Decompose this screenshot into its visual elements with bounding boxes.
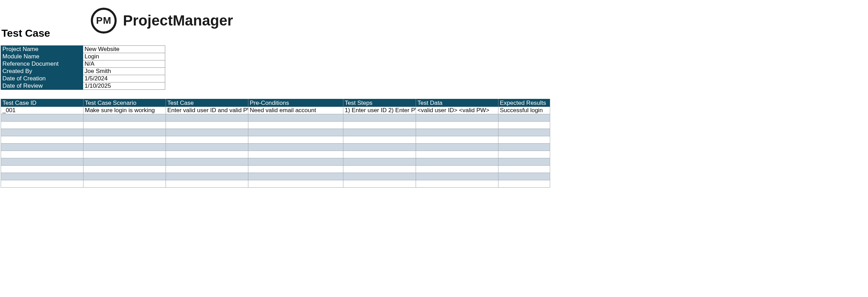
cell-pre[interactable] — [248, 173, 343, 180]
cell-case[interactable] — [166, 114, 248, 122]
cell-scenario[interactable] — [83, 129, 166, 136]
cell-pre[interactable] — [248, 129, 343, 136]
cell-scenario[interactable] — [83, 173, 166, 180]
col-header-scenario: Test Case Scenario — [83, 99, 166, 107]
cell-pre[interactable] — [248, 151, 343, 158]
cell-data[interactable] — [416, 129, 498, 136]
cell-id[interactable] — [1, 122, 83, 129]
meta-value[interactable]: N/A — [83, 60, 165, 68]
cell-pre[interactable] — [248, 180, 343, 188]
cell-steps[interactable] — [343, 114, 416, 122]
cell-case[interactable]: Enter valid user ID and valid PW — [166, 107, 248, 114]
cell-data[interactable] — [416, 114, 498, 122]
meta-row: Module Name Login — [1, 53, 165, 60]
cell-pre[interactable] — [248, 166, 343, 173]
cell-scenario[interactable] — [83, 144, 166, 151]
page-title: Test Case — [1, 27, 50, 39]
cell-id[interactable] — [1, 129, 83, 136]
cell-expected[interactable] — [498, 129, 550, 136]
cell-id[interactable] — [1, 173, 83, 180]
cell-case[interactable] — [166, 180, 248, 188]
cell-data[interactable] — [416, 151, 498, 158]
meta-value[interactable]: 1/5/2024 — [83, 75, 165, 82]
logo-badge-icon: PM — [91, 8, 117, 34]
meta-label: Created By — [1, 68, 83, 75]
cell-case[interactable] — [166, 122, 248, 129]
cell-steps[interactable] — [343, 180, 416, 188]
cell-pre[interactable] — [248, 122, 343, 129]
cell-scenario[interactable] — [83, 180, 166, 188]
cell-case[interactable] — [166, 158, 248, 166]
cell-data[interactable] — [416, 136, 498, 144]
meta-value[interactable]: 1/10/2025 — [83, 82, 165, 90]
cell-pre[interactable] — [248, 144, 343, 151]
cell-expected[interactable] — [498, 180, 550, 188]
cell-steps[interactable] — [343, 129, 416, 136]
cell-expected[interactable] — [498, 114, 550, 122]
cell-expected[interactable] — [498, 151, 550, 158]
cell-steps[interactable] — [343, 151, 416, 158]
table-row — [1, 173, 550, 180]
cell-expected[interactable] — [498, 158, 550, 166]
cell-id[interactable] — [1, 166, 83, 173]
cell-pre[interactable]: Need valid email account — [248, 107, 343, 114]
cell-steps[interactable]: 1) Enter user ID 2) Enter PW 3) login — [343, 107, 416, 114]
cell-pre[interactable] — [248, 114, 343, 122]
table-row — [1, 166, 550, 173]
table-row — [1, 180, 550, 188]
table-header-row: Test Case ID Test Case Scenario Test Cas… — [1, 99, 550, 107]
cell-expected[interactable] — [498, 144, 550, 151]
meta-value[interactable]: Login — [83, 53, 165, 60]
cell-data[interactable] — [416, 173, 498, 180]
cell-id[interactable] — [1, 158, 83, 166]
table-body: _001 Make sure login is working Enter va… — [1, 107, 550, 188]
header: PM ProjectManager Test Case — [0, 0, 868, 45]
cell-steps[interactable] — [343, 158, 416, 166]
cell-expected[interactable] — [498, 166, 550, 173]
cell-expected[interactable]: Successful login — [498, 107, 550, 114]
cell-data[interactable] — [416, 166, 498, 173]
cell-id[interactable] — [1, 180, 83, 188]
cell-scenario[interactable] — [83, 158, 166, 166]
cell-steps[interactable] — [343, 122, 416, 129]
cell-id[interactable] — [1, 114, 83, 122]
cell-steps[interactable] — [343, 136, 416, 144]
meta-row: Date of Creation 1/5/2024 — [1, 75, 165, 82]
cell-scenario[interactable] — [83, 151, 166, 158]
cell-expected[interactable] — [498, 136, 550, 144]
cell-case[interactable] — [166, 136, 248, 144]
cell-case[interactable] — [166, 144, 248, 151]
cell-expected[interactable] — [498, 173, 550, 180]
cell-steps[interactable] — [343, 173, 416, 180]
meta-value[interactable]: New Website — [83, 46, 165, 53]
cell-case[interactable] — [166, 173, 248, 180]
col-header-id: Test Case ID — [1, 99, 83, 107]
cell-expected[interactable] — [498, 122, 550, 129]
cell-scenario[interactable] — [83, 114, 166, 122]
cell-scenario[interactable] — [83, 166, 166, 173]
cell-id[interactable]: _001 — [1, 107, 83, 114]
cell-data[interactable] — [416, 158, 498, 166]
cell-pre[interactable] — [248, 158, 343, 166]
cell-pre[interactable] — [248, 136, 343, 144]
table-row — [1, 136, 550, 144]
cell-data[interactable] — [416, 122, 498, 129]
cell-case[interactable] — [166, 151, 248, 158]
cell-data[interactable] — [416, 144, 498, 151]
meta-row: Created By Joe Smith — [1, 68, 165, 75]
table-row — [1, 114, 550, 122]
cell-steps[interactable] — [343, 144, 416, 151]
cell-data[interactable]: <valid user ID> <valid PW> — [416, 107, 498, 114]
cell-id[interactable] — [1, 136, 83, 144]
cell-scenario[interactable] — [83, 136, 166, 144]
cell-steps[interactable] — [343, 166, 416, 173]
cell-case[interactable] — [166, 129, 248, 136]
meta-value[interactable]: Joe Smith — [83, 68, 165, 75]
cell-scenario[interactable]: Make sure login is working — [83, 107, 166, 114]
cell-id[interactable] — [1, 144, 83, 151]
cell-data[interactable] — [416, 180, 498, 188]
meta-label: Date of Creation — [1, 75, 83, 82]
cell-scenario[interactable] — [83, 122, 166, 129]
cell-id[interactable] — [1, 151, 83, 158]
cell-case[interactable] — [166, 166, 248, 173]
